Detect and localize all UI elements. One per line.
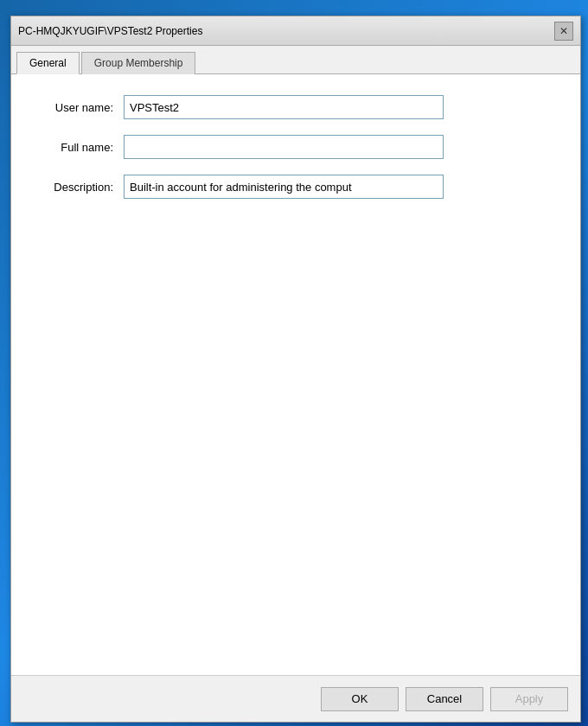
cancel-button[interactable]: Cancel (406, 687, 483, 711)
description-label: Description: (29, 181, 124, 194)
properties-dialog: PC-HMQJKYUGIF\VPSTest2 Properties ✕ Gene… (10, 16, 581, 723)
tab-general[interactable]: General (16, 52, 80, 74)
form-content: User name: Full name: Description: (11, 74, 580, 675)
username-label: User name: (29, 101, 124, 114)
fullname-label: Full name: (29, 141, 124, 154)
username-input[interactable] (124, 95, 444, 119)
close-button[interactable]: ✕ (554, 22, 573, 41)
button-bar: OK Cancel Apply (11, 675, 580, 722)
title-bar: PC-HMQJKYUGIF\VPSTest2 Properties ✕ (11, 16, 580, 46)
window-title: PC-HMQJKYUGIF\VPSTest2 Properties (18, 25, 202, 37)
tab-group-membership[interactable]: Group Membership (81, 52, 196, 74)
description-row: Description: (29, 175, 563, 199)
fullname-row: Full name: (29, 135, 563, 159)
description-input[interactable] (124, 175, 444, 199)
ok-button[interactable]: OK (321, 687, 399, 711)
username-row: User name: (29, 95, 563, 119)
tab-bar: General Group Membership (11, 46, 580, 74)
fullname-input[interactable] (124, 135, 444, 159)
content-spacer (29, 214, 563, 658)
apply-button[interactable]: Apply (490, 687, 568, 711)
